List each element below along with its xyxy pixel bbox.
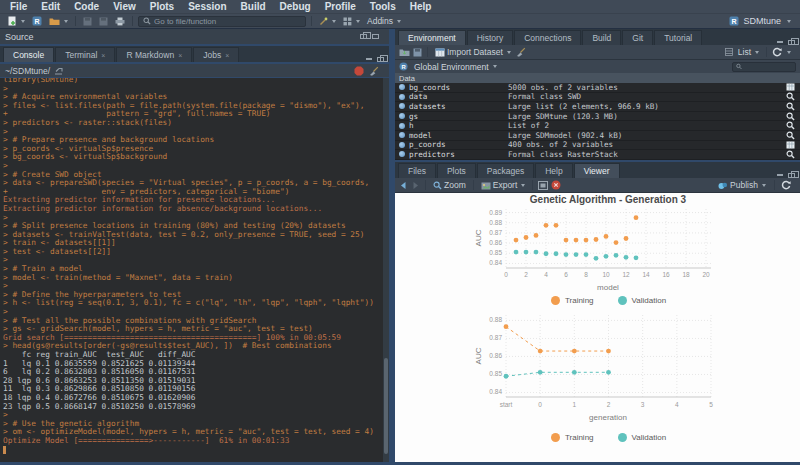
legend-item-training[interactable]: Training <box>551 296 594 305</box>
view-table-icon[interactable] <box>786 141 795 149</box>
console-output[interactable]: library(SDMtune)>> # Acquire environment… <box>0 78 389 462</box>
project-selector[interactable]: R SDMtune <box>729 16 791 26</box>
publish-button[interactable]: Publish <box>716 179 768 191</box>
menu-item-view[interactable]: View <box>106 0 143 13</box>
import-dataset-button[interactable]: Import Dataset <box>433 46 513 58</box>
menu-item-build[interactable]: Build <box>234 0 273 13</box>
close-icon[interactable]: × <box>225 52 229 59</box>
menu-item-session[interactable]: Session <box>181 0 233 13</box>
restore-pane-icon[interactable] <box>377 57 384 62</box>
environment-section-header[interactable]: Data <box>395 73 800 83</box>
inspect-icon[interactable] <box>786 131 795 140</box>
tab-build[interactable]: Build <box>582 30 621 45</box>
legend-item-training[interactable]: Training <box>551 433 594 442</box>
magic-wand-button[interactable] <box>317 16 338 27</box>
tab-git[interactable]: Git <box>622 30 653 45</box>
remove-plot-icon[interactable] <box>551 180 561 190</box>
back-icon[interactable] <box>399 181 408 190</box>
environment-object-row[interactable]: predictorsFormal class RasterStack <box>395 150 800 160</box>
menu-item-debug[interactable]: Debug <box>273 0 318 13</box>
left-column: Source ConsoleTerminal×R Markdown×Jobs× … <box>0 29 389 462</box>
panes-layout-button[interactable] <box>341 16 362 27</box>
inspect-icon[interactable] <box>786 102 795 111</box>
restore-pane-icon[interactable] <box>360 34 367 39</box>
tab-plots[interactable]: Plots <box>437 163 476 178</box>
source-pane-header[interactable]: Source <box>0 29 389 44</box>
inspect-icon[interactable] <box>786 112 795 121</box>
close-icon[interactable]: × <box>178 52 182 59</box>
environment-object-row[interactable]: hList of 2 <box>395 121 800 131</box>
environment-search-box[interactable] <box>732 62 796 72</box>
goto-file-input[interactable] <box>154 17 301 26</box>
save-all-button[interactable] <box>97 16 110 27</box>
zoom-plot-button[interactable]: Zoom <box>431 179 468 191</box>
menu-item-profile[interactable]: Profile <box>318 0 363 13</box>
export-plot-button[interactable]: Export <box>479 179 528 191</box>
legend-item-validation[interactable]: Validation <box>618 296 667 305</box>
save-button[interactable] <box>81 16 94 27</box>
maximize-pane-icon[interactable] <box>372 34 379 39</box>
popout-icon[interactable] <box>54 67 63 75</box>
object-name: datasets <box>409 102 446 111</box>
environment-object-row[interactable]: dataFormal class SWD <box>395 93 800 103</box>
menu-item-file[interactable]: File <box>3 0 34 13</box>
scope-selector[interactable]: Global Environment <box>412 61 499 73</box>
environment-object-row[interactable]: datasetsLarge list (2 elements, 966.9 kB… <box>395 102 800 112</box>
view-table-icon[interactable] <box>786 83 795 91</box>
stop-icon[interactable] <box>354 66 364 76</box>
print-button[interactable] <box>113 16 127 27</box>
tab-files[interactable]: Files <box>398 163 436 178</box>
inspect-icon[interactable] <box>786 121 795 130</box>
console-cursor <box>3 446 389 455</box>
tab-connections[interactable]: Connections <box>514 30 581 45</box>
console-scrollbar[interactable] <box>383 78 389 462</box>
legend-item-validation[interactable]: Validation <box>618 433 667 442</box>
open-file-button[interactable] <box>47 15 70 27</box>
refresh-icon[interactable] <box>772 47 782 57</box>
environment-object-row[interactable]: modelLarge SDMmodel (902.4 kB) <box>395 131 800 141</box>
tab-terminal[interactable]: Terminal× <box>55 47 115 62</box>
tab-r-markdown[interactable]: R Markdown× <box>116 47 192 62</box>
tab-viewer[interactable]: Viewer <box>574 163 620 178</box>
broom-icon[interactable] <box>516 47 526 57</box>
new-file-button[interactable] <box>5 15 27 27</box>
minimize-pane-icon[interactable] <box>777 41 783 43</box>
new-window-icon[interactable] <box>538 181 548 190</box>
restore-pane-icon[interactable] <box>788 40 795 45</box>
tab-packages[interactable]: Packages <box>477 163 534 178</box>
environment-search-input[interactable] <box>744 62 792 71</box>
close-icon[interactable]: × <box>101 52 105 59</box>
object-type-icon <box>399 151 405 157</box>
menu-item-code[interactable]: Code <box>67 0 106 13</box>
tab-console[interactable]: Console <box>3 47 54 62</box>
tab-tutorial[interactable]: Tutorial <box>654 30 702 45</box>
list-view-button[interactable]: List <box>736 46 761 58</box>
environment-object-row[interactable]: bg_coords5000 obs. of 2 variables <box>395 83 800 93</box>
menu-item-edit[interactable]: Edit <box>34 0 67 13</box>
legend-label: Validation <box>632 296 667 305</box>
new-project-button[interactable]: R <box>30 15 44 27</box>
menu-item-help[interactable]: Help <box>403 0 439 13</box>
goto-file-search[interactable] <box>138 16 306 27</box>
load-workspace-icon[interactable] <box>399 47 410 57</box>
inspect-icon[interactable] <box>786 92 795 101</box>
addins-button[interactable]: Addins <box>365 15 403 27</box>
tab-history[interactable]: History <box>467 30 513 45</box>
svg-text:0.86: 0.86 <box>489 239 502 246</box>
menu-item-tools[interactable]: Tools <box>363 0 403 13</box>
forward-icon[interactable] <box>411 181 420 190</box>
tab-environment[interactable]: Environment <box>398 30 466 45</box>
save-workspace-icon[interactable] <box>413 48 422 57</box>
minimize-pane-icon[interactable] <box>366 58 372 60</box>
tab-jobs[interactable]: Jobs× <box>193 47 239 62</box>
environment-object-row[interactable]: gsLarge SDMtune (120.3 MB) <box>395 112 800 122</box>
inspect-icon[interactable] <box>786 150 795 159</box>
broom-icon[interactable] <box>369 66 379 76</box>
menu-item-plots[interactable]: Plots <box>143 0 181 13</box>
refresh-icon[interactable] <box>781 180 791 190</box>
environment-object-row[interactable]: p_coords400 obs. of 2 variables <box>395 141 800 151</box>
minimize-pane-icon[interactable] <box>777 174 783 176</box>
tab-help[interactable]: Help <box>535 163 572 178</box>
viewer-content[interactable]: 024681012141618200.840.850.860.870.880.8… <box>395 193 800 462</box>
restore-pane-icon[interactable] <box>788 173 795 178</box>
